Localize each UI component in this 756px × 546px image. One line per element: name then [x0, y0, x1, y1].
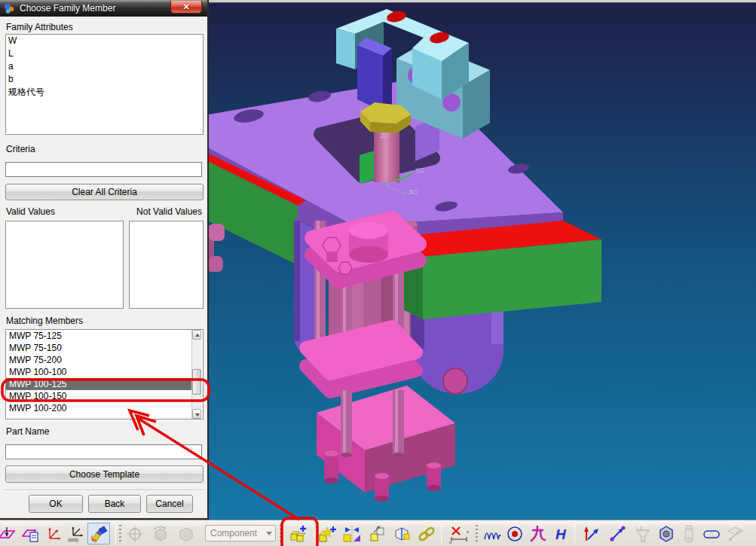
axis-label-yc: YC — [415, 166, 425, 174]
measure-point-icon[interactable] — [124, 523, 146, 544]
list-item[interactable]: MWP 75-125 — [6, 330, 193, 342]
wave-link-icon[interactable] — [415, 523, 438, 544]
vector-arrow-icon[interactable] — [580, 523, 602, 544]
component-dropdown[interactable]: Component — [205, 525, 276, 541]
circle-dot-icon[interactable] — [503, 523, 526, 544]
orient-view-icon[interactable] — [149, 523, 172, 544]
list-item[interactable]: MWP 100-150 — [6, 390, 193, 402]
members-scrollbar[interactable] — [191, 330, 201, 419]
clear-all-criteria-button[interactable]: Clear All Criteria — [5, 184, 204, 200]
component-dropdown-value: Component — [206, 528, 263, 538]
datum-plane-icon[interactable] — [0, 523, 18, 544]
family-attributes-list[interactable]: WLab规格代号 — [5, 34, 204, 135]
svg-text:(000): (000) — [68, 538, 78, 542]
family-attributes-label: Family Attributes — [6, 22, 73, 32]
not-valid-values-list[interactable] — [129, 221, 204, 309]
list-item[interactable]: 规格代号 — [6, 86, 203, 99]
ok-button[interactable]: OK — [29, 495, 83, 513]
scroll-up-icon[interactable] — [192, 330, 201, 340]
divider — [5, 490, 204, 491]
part-name-input[interactable] — [5, 444, 202, 459]
valid-values-list[interactable] — [5, 221, 124, 309]
flashlight-icon[interactable] — [87, 523, 110, 544]
svg-text:H: H — [556, 526, 567, 542]
part-name-label: Part Name — [6, 426, 49, 437]
list-item[interactable]: MWP 100-100 — [6, 366, 193, 378]
matching-members-list[interactable]: MWP 75-125MWP 75-150MWP 75-200MWP 100-10… — [5, 329, 204, 419]
add-component-icon[interactable] — [287, 523, 310, 544]
force-icon[interactable] — [527, 523, 549, 544]
csys-icon[interactable] — [42, 523, 65, 544]
3d-viewport[interactable]: ZC YC XC — [209, 0, 756, 520]
display-cube-icon[interactable] — [175, 523, 197, 544]
back-button[interactable]: Back — [88, 495, 141, 513]
list-item[interactable]: L — [6, 47, 203, 60]
viewport-top-edge — [209, 0, 756, 2]
svg-text:x: x — [467, 529, 469, 534]
list-item[interactable]: MWP 100-200 — [6, 402, 193, 414]
close-icon[interactable]: ✕ — [170, 1, 202, 14]
cancel-button[interactable]: Cancel — [146, 495, 193, 513]
not-valid-values-label: Not Valid Values — [136, 206, 202, 217]
cad-part-blue-clamp[interactable] — [357, 38, 392, 111]
h-tool-icon[interactable]: H — [550, 523, 573, 544]
dialog-icon — [4, 3, 15, 14]
axis-label-zc: ZC — [381, 132, 390, 139]
list-item[interactable]: MWP 100-125 — [6, 378, 193, 390]
measure-distance-x-icon[interactable]: xx — [446, 523, 473, 544]
list-item[interactable]: b — [6, 73, 203, 86]
choose-family-member-dialog: Choose Family Member ✕ Family Attributes… — [0, 0, 209, 520]
chevron-down-icon[interactable] — [263, 526, 275, 541]
spring-icon[interactable] — [481, 523, 503, 544]
list-item[interactable]: a — [6, 60, 203, 73]
valid-values-label: Valid Values — [6, 206, 55, 217]
criteria-label: Criteria — [6, 144, 35, 154]
criteria-input[interactable] — [5, 162, 202, 177]
csys-000-icon[interactable]: (000) — [65, 523, 87, 544]
list-item[interactable]: MWP 75-150 — [6, 342, 193, 354]
funnel-icon[interactable]: 1.8 — [632, 523, 654, 544]
nut-icon[interactable] — [655, 523, 678, 544]
scrollbar-thumb[interactable] — [192, 369, 201, 395]
scroll-down-icon[interactable] — [192, 409, 201, 419]
axis-label-xc: XC — [409, 188, 418, 196]
sketch-icon[interactable] — [724, 523, 747, 544]
matching-members-label: Matching Members — [6, 316, 83, 326]
svg-text:x: x — [449, 540, 451, 544]
point-vector-icon[interactable] — [606, 523, 629, 544]
mirror-assembly-icon[interactable] — [341, 523, 363, 544]
dialog-title: Choose Family Member — [20, 3, 115, 14]
slot-icon[interactable] — [700, 523, 723, 544]
list-item[interactable]: MWP 75-200 — [6, 354, 193, 366]
assembly-constraints-icon[interactable] — [391, 523, 414, 544]
application-window: ZC YC XC — [0, 0, 756, 546]
bottom-toolbar: (000) Component — [0, 520, 756, 546]
filter-cylinder-icon[interactable] — [678, 523, 700, 544]
new-component-icon[interactable] — [316, 523, 338, 544]
list-item[interactable]: W — [6, 35, 203, 47]
choose-template-button[interactable]: Choose Template — [5, 465, 204, 483]
move-component-icon[interactable] — [366, 523, 389, 544]
copy-plane-icon[interactable] — [20, 523, 42, 544]
